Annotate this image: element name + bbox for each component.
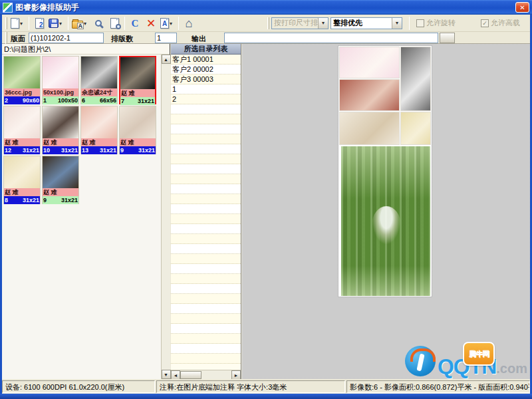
- layout-count-input[interactable]: [155, 33, 177, 43]
- browse-output-button[interactable]: [440, 33, 455, 43]
- zoom-button[interactable]: [90, 15, 106, 31]
- thumbnail-image: [81, 106, 117, 138]
- photo-collage: [339, 47, 431, 145]
- thumbnail-image: [43, 106, 78, 138]
- directory-list-item[interactable]: [171, 224, 241, 234]
- thumbnail-cell[interactable]: 赵 难931x21: [42, 156, 79, 204]
- thumbnail-cell[interactable]: 佘忠诚24寸666x56: [80, 56, 118, 104]
- thumbnail-cell[interactable]: 50x100.jpg1100x50: [42, 56, 79, 104]
- scroll-left-icon[interactable]: ◄: [171, 370, 180, 380]
- toolbar-icon-group: ▾2▾A▾C✕A▾⌂: [3, 15, 197, 31]
- directory-list-item[interactable]: [171, 234, 241, 244]
- scroll-down-icon[interactable]: ▼: [162, 370, 171, 379]
- directory-list-item[interactable]: [171, 154, 241, 164]
- thumbnail-cell[interactable]: 36ccc.jpg290x60: [3, 56, 41, 104]
- scroll-right-icon[interactable]: ►: [231, 370, 241, 380]
- directory-list-item[interactable]: [171, 144, 241, 154]
- open-page-button[interactable]: 2: [31, 15, 47, 31]
- directory-list-item[interactable]: 客户3 00003: [171, 74, 241, 84]
- directory-list-item[interactable]: [171, 114, 241, 124]
- find-folder-icon: A: [72, 21, 83, 29]
- layout-label: 版面: [11, 34, 25, 44]
- refresh-button[interactable]: C: [127, 15, 143, 31]
- refresh-icon: C: [132, 18, 139, 29]
- directory-list-item[interactable]: [171, 314, 241, 324]
- delete-button[interactable]: ✕: [143, 15, 159, 31]
- directory-list-item[interactable]: 客户1 00001: [171, 55, 241, 65]
- scrollbar-thumb[interactable]: [180, 371, 201, 379]
- app-window: 图睿影像排版助手 ✕ ▾2▾A▾C✕A▾⌂ 按打印尺寸排版 ▾ 整排优先 ▾ 允…: [0, 0, 532, 399]
- chevron-down-icon: ▾: [392, 18, 402, 29]
- thumbnail-count: 7: [121, 97, 124, 105]
- thumbnail-cell[interactable]: 赵 难1031x21: [42, 106, 79, 154]
- arranged-photo: [400, 112, 431, 145]
- directory-list-item[interactable]: [171, 214, 241, 224]
- directory-list-item[interactable]: [171, 274, 241, 284]
- open-page-icon: 2: [35, 18, 44, 29]
- layout-sheet-preview: [338, 45, 432, 297]
- thumbnail-filename: 50x100.jpg: [43, 88, 78, 96]
- layout-name-input[interactable]: [29, 33, 104, 43]
- home-icon: ⌂: [186, 18, 193, 29]
- priority-mode-select[interactable]: 整排优先 ▾: [331, 17, 402, 29]
- font-page-button[interactable]: A▾: [159, 15, 176, 31]
- thumbnail-info-bar: 1231x21: [4, 146, 40, 154]
- chevron-down-icon: ▾: [170, 21, 175, 27]
- thumbnail-vertical-scrollbar[interactable]: ▲ ▼: [161, 55, 170, 379]
- thumbnail-info-bar: 731x21: [120, 97, 155, 105]
- directory-list-item[interactable]: [171, 184, 241, 194]
- directory-horizontal-scrollbar[interactable]: ◄ ►: [171, 370, 241, 379]
- thumbnail-cell[interactable]: 赵 难1231x21: [3, 106, 41, 154]
- count-label: 排版数: [111, 34, 133, 44]
- allow-crop-label: 允许高载: [491, 18, 520, 28]
- directory-list-item[interactable]: 2: [171, 94, 241, 104]
- thumbnail-dimensions: 31x21: [23, 196, 39, 204]
- directory-list-item[interactable]: [171, 244, 241, 254]
- close-button[interactable]: ✕: [515, 2, 529, 13]
- directory-list-item[interactable]: [171, 354, 241, 364]
- output-path-input[interactable]: [224, 33, 438, 43]
- save-button[interactable]: ▾: [47, 15, 66, 31]
- thumbnail-filename: 赵 难: [43, 138, 78, 146]
- directory-list-item[interactable]: [171, 254, 241, 264]
- home-button[interactable]: ⌂: [181, 15, 197, 31]
- thumbnail-filename: 佘忠诚24寸: [81, 88, 117, 96]
- directory-list-item[interactable]: [171, 104, 241, 114]
- directory-list-item[interactable]: [171, 304, 241, 314]
- thumbnail-cell[interactable]: 赵 难831x21: [3, 156, 41, 204]
- qqtn-watermark: QQTN 腾牛网 .com: [405, 346, 527, 376]
- arranged-photo: [339, 79, 400, 111]
- directory-list-item[interactable]: [171, 294, 241, 304]
- directory-list-item[interactable]: [171, 134, 241, 144]
- directory-list-item[interactable]: [171, 324, 241, 334]
- zoom-page-button[interactable]: [106, 15, 122, 31]
- thumbnail-dimensions: 31x21: [138, 146, 155, 154]
- image-browser-panel: D:\问题图片\2\ 36ccc.jpg290x6050x100.jpg1100…: [2, 44, 170, 379]
- directory-list-item[interactable]: [171, 344, 241, 354]
- arranged-photo: [339, 112, 400, 145]
- directory-list-item[interactable]: [171, 334, 241, 344]
- thumbnail-count: 6: [82, 96, 85, 104]
- thumbnail-cell[interactable]: 赵 难731x21: [119, 56, 156, 104]
- arranged-photo: [339, 47, 400, 78]
- directory-list-item[interactable]: [171, 164, 241, 174]
- directory-list-item[interactable]: [171, 204, 241, 214]
- thumbnail-cell[interactable]: 赵 难1331x21: [80, 106, 118, 154]
- close-icon: ✕: [519, 4, 525, 11]
- directory-list-item[interactable]: 1: [171, 84, 241, 94]
- thumbnail-cell[interactable]: 赵 难931x21: [119, 106, 156, 154]
- directory-list-item[interactable]: 客户2 00002: [171, 65, 241, 74]
- new-page-button[interactable]: ▾: [9, 15, 27, 31]
- directory-list-item[interactable]: [171, 124, 241, 134]
- scroll-up-icon[interactable]: ▲: [162, 55, 171, 64]
- find-folder-button[interactable]: A▾: [70, 15, 90, 31]
- directory-list-item[interactable]: [171, 194, 241, 204]
- thumbnail-info-bar: 1331x21: [81, 146, 117, 154]
- directory-list-item[interactable]: [171, 264, 241, 274]
- directory-list-item[interactable]: [171, 174, 241, 184]
- thumbnail-image: [4, 156, 40, 188]
- directory-list-item[interactable]: [171, 284, 241, 294]
- scrollbar-track[interactable]: [201, 370, 231, 379]
- thumbnail-count: 10: [43, 146, 50, 154]
- thumbnail-grid: 36ccc.jpg290x6050x100.jpg1100x50佘忠诚24寸66…: [2, 55, 161, 379]
